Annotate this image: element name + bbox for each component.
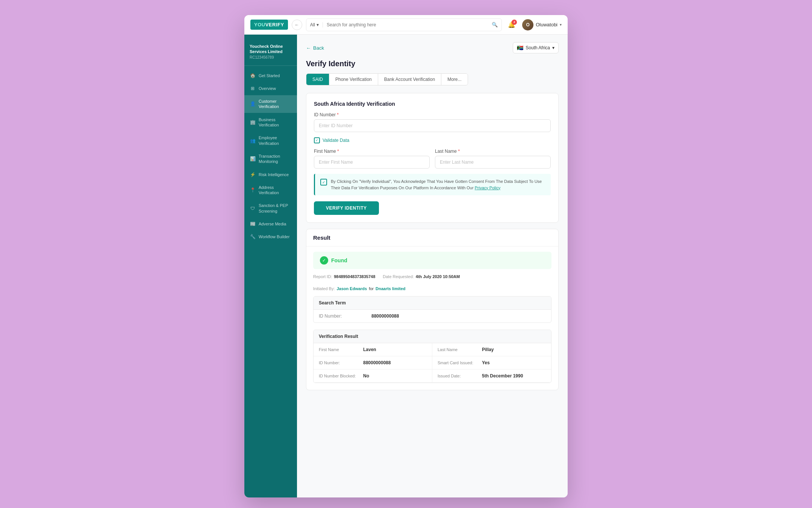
id-number-required: * — [337, 112, 339, 117]
country-flag: 🇿🇦 — [517, 45, 523, 51]
sidebar-item-workflow-builder[interactable]: 🔧 Workflow Builder — [244, 231, 297, 243]
first-name-input[interactable] — [314, 156, 430, 169]
privacy-policy-link[interactable]: Privacy Policy — [475, 186, 500, 190]
id-number-label: ID Number * — [314, 112, 551, 117]
sidebar-item-adverse-media[interactable]: 📰 Adverse Media — [244, 218, 297, 230]
tab-more[interactable]: More... — [441, 74, 467, 85]
user-name: Oluwatobi — [536, 22, 557, 27]
topbar-right: 🔔 2 O Oluwatobi ▾ — [506, 19, 562, 31]
avatar: O — [522, 19, 533, 30]
topbar-back-button[interactable]: ← — [292, 20, 302, 30]
tab-phone-verification[interactable]: Phone Verification — [329, 74, 378, 85]
validate-data-checkbox[interactable]: ✓ Validate Data — [314, 137, 551, 143]
sidebar-item-employee-verification[interactable]: 👥 Employee Verification — [244, 132, 297, 149]
search-input[interactable] — [323, 22, 488, 27]
sanction-pep-icon: 🛡 — [250, 206, 256, 211]
sidebar-item-label: Transaction Monitoring — [259, 154, 292, 164]
search-filter-dropdown[interactable]: All ▾ — [306, 22, 323, 27]
vr-label-first-name: First Name — [319, 347, 360, 352]
found-check-icon: ✓ — [320, 256, 328, 265]
vr-cell-id-blocked: ID Number Blocked: No — [314, 370, 432, 383]
result-title: Result — [306, 229, 558, 246]
topbar: YOUVERIFY ← All ▾ 🔍 🔔 2 O Oluwatobi ▾ — [244, 15, 568, 35]
sidebar-item-get-started[interactable]: 🏠 Get Started — [244, 70, 297, 82]
get-started-icon: 🏠 — [250, 73, 256, 78]
overview-icon: ⊞ — [250, 86, 256, 91]
vr-label-smart-card: Smart Card Issued: — [438, 360, 479, 365]
name-row: First Name * Last Name * — [314, 149, 551, 174]
result-section: Result ✓ Found Report ID: 98489504837383… — [306, 229, 559, 390]
page-header: ← Back 🇿🇦 South Africa ▾ — [306, 42, 559, 53]
vr-cell-issued-date: Issued Date: 5th December 1990 — [432, 370, 551, 383]
validate-label: Validate Data — [323, 138, 349, 143]
country-name: South Africa — [526, 45, 550, 50]
adverse-media-icon: 📰 — [250, 221, 256, 227]
sidebar-item-label: Business Verification — [259, 117, 292, 128]
app-window: YOUVERIFY ← All ▾ 🔍 🔔 2 O Oluwatobi ▾ — [244, 15, 568, 497]
page-title: Verify Identity — [306, 59, 559, 68]
report-id-item: Report ID: 984895048373835748 — [313, 274, 375, 279]
search-bar: All ▾ 🔍 — [306, 18, 502, 31]
last-name-input[interactable] — [435, 156, 551, 169]
risk-intelligence-icon: ⚡ — [250, 172, 256, 177]
last-name-group: Last Name * — [435, 149, 551, 169]
verify-identity-button[interactable]: VERIFY IDENTITY — [314, 201, 379, 215]
sidebar: Youcheck Online Services Limited RC12345… — [244, 35, 297, 497]
sidebar-item-label: Overview — [259, 86, 276, 91]
sidebar-item-overview[interactable]: ⊞ Overview — [244, 82, 297, 94]
consent-box: ✓ By Clicking On "Verify Individual", Yo… — [314, 174, 551, 195]
vr-value-smart-card: Yes — [482, 360, 490, 365]
report-id-value: 984895048373835748 — [334, 274, 375, 279]
consent-text: By Clicking On "Verify Individual", You … — [331, 178, 545, 191]
sidebar-item-customer-verification[interactable]: 👤 Customer Verification — [244, 95, 297, 113]
sidebar-item-sanction-pep[interactable]: 🛡 Sanction & PEP Screening — [244, 199, 297, 217]
date-requested-value: 4th July 2020 10:50AM — [416, 274, 460, 279]
sidebar-item-address-verification[interactable]: 📍 Address Verification — [244, 181, 297, 199]
workflow-builder-icon: 🔧 — [250, 234, 256, 239]
vr-label-id-number: ID Number: — [319, 360, 360, 365]
found-banner: ✓ Found — [313, 252, 551, 269]
back-arrow-icon: ← — [306, 45, 311, 51]
vr-value-id-number: 88000000088 — [363, 360, 391, 365]
tab-bank-account-verification[interactable]: Bank Account Verification — [378, 74, 441, 85]
id-number-group: ID Number * — [314, 112, 551, 132]
user-menu-chevron-icon: ▾ — [560, 23, 562, 27]
sidebar-item-label: Workflow Builder — [259, 234, 289, 239]
id-number-input[interactable] — [314, 119, 551, 132]
country-selector[interactable]: 🇿🇦 South Africa ▾ — [513, 42, 559, 53]
sidebar-item-risk-intelligence[interactable]: ⚡ Risk Intelligence — [244, 169, 297, 181]
validate-check-icon: ✓ — [314, 137, 320, 143]
vr-value-last-name: Pillay — [482, 347, 494, 352]
customer-verification-icon: 👤 — [250, 101, 256, 106]
initiated-by-item: Initiated By: Jason Edwards for Dnaarts … — [313, 286, 406, 291]
address-verification-icon: 📍 — [250, 187, 256, 193]
business-verification-icon: 🏢 — [250, 120, 256, 125]
chevron-down-icon: ▾ — [317, 22, 319, 27]
sidebar-item-label: Employee Verification — [259, 135, 292, 146]
notification-badge: 2 — [512, 20, 517, 25]
report-id-label: Report ID: — [313, 274, 332, 279]
sidebar-item-label: Adverse Media — [259, 221, 286, 227]
sidebar-item-transaction-monitoring[interactable]: 📊 Transaction Monitoring — [244, 150, 297, 168]
logo: YOUVERIFY — [250, 20, 288, 30]
first-name-required: * — [337, 149, 339, 154]
notification-button[interactable]: 🔔 2 — [506, 19, 518, 31]
search-icon: 🔍 — [488, 22, 501, 27]
vr-cell-first-name: First Name Laven — [314, 343, 432, 356]
back-link[interactable]: ← Back — [306, 45, 324, 51]
country-chevron-icon: ▾ — [552, 45, 554, 50]
report-meta: Report ID: 984895048373835748 Date Reque… — [306, 274, 558, 296]
vr-label-id-blocked: ID Number Blocked: — [319, 374, 360, 378]
initiated-by-name[interactable]: Jason Edwards — [336, 286, 367, 291]
tab-group: SAID Phone Verification Bank Account Ver… — [306, 73, 468, 85]
sidebar-item-business-verification[interactable]: 🏢 Business Verification — [244, 114, 297, 131]
back-label: Back — [313, 45, 324, 51]
sidebar-item-label: Customer Verification — [259, 99, 292, 110]
initiated-by-org[interactable]: Dnaarts limited — [376, 286, 405, 291]
vr-value-first-name: Laven — [363, 347, 376, 352]
search-term-row: ID Number: 88000000088 — [314, 310, 551, 322]
user-menu[interactable]: O Oluwatobi ▾ — [522, 19, 562, 30]
tab-said[interactable]: SAID — [306, 74, 329, 85]
transaction-monitoring-icon: 📊 — [250, 156, 256, 161]
sidebar-item-label: Sanction & PEP Screening — [259, 203, 292, 214]
